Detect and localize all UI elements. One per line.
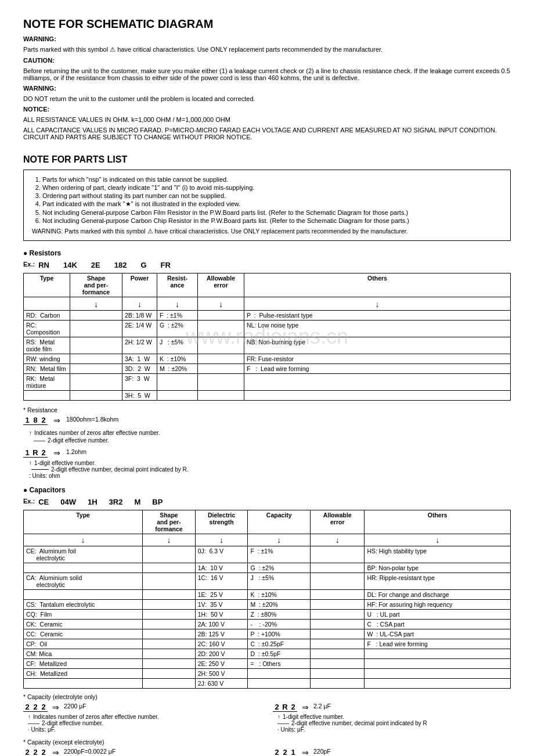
table-row: CQ: Film 1H: 50 V Z : ±80% U : UL part [24, 610, 511, 620]
r1-d2: 8 [31, 416, 39, 425]
cap1-d1: 2 [23, 703, 31, 712]
r2-d3: 2 [39, 448, 48, 458]
table-row: CH: Metallized 2H: 500 V [24, 669, 511, 679]
res-code-182: 182 [114, 261, 127, 269]
list-item: Not including General-purpose Carbon Fil… [42, 209, 502, 216]
parts-list: Parts for which "nsp" is indicated on th… [32, 176, 502, 224]
table-row: CS: Tantalum electrolytic 1V: 35 V M : ±… [24, 600, 511, 610]
res-code-14k: 14K [63, 261, 77, 269]
notice-text1: ALL RESISTANCE VALUES IN OHM. k=1,000 OH… [23, 116, 511, 123]
cap3-d2: 2 [281, 748, 289, 756]
r1-d1: 1 [23, 416, 31, 425]
cap3-d3: 1 [289, 748, 297, 756]
resistance-section: * Resistance 1 8 2 ⇒ 1800ohm=1.8kohm ↑In… [23, 406, 511, 479]
cap2-d3: 2 [39, 748, 48, 756]
cap1-d3: 2 [39, 703, 48, 712]
r2-arrow: ⇒ [53, 448, 60, 458]
cap1-value: 2200 μF [64, 703, 86, 710]
warning1-text: Parts marked with this symbol ⚠ have cri… [23, 46, 511, 53]
table-row: 3H: 5 W [24, 391, 511, 401]
table-row: CE: Aluminum foil electrolytic 0J: 6.3 V… [24, 546, 511, 563]
r2-units: : Units: ohm [29, 473, 511, 479]
capr-d3: 2 [289, 703, 297, 712]
resistor-table: Type Shapeand per-formance Power Resist-… [23, 273, 511, 401]
r1-arrow: ⇒ [53, 416, 60, 425]
caution-label: CAUTION: [23, 57, 55, 64]
cap2-d2: 2 [31, 748, 39, 756]
r1-desc2: 2-digit effective number. [48, 437, 109, 444]
list-item: Not including General-purpose Carbon Chi… [42, 217, 502, 224]
list-item: Parts for which "nsp" is indicated on th… [42, 176, 502, 183]
cap1-units: · Units: μF. [28, 726, 261, 733]
table-row: RC: Composition 2E: 1/4 W G : ±2% NL: Lo… [24, 321, 511, 337]
res-code-g: G [140, 261, 146, 269]
cap-code-ce: CE [38, 498, 49, 506]
warning2-text: DO NOT return the unit to the customer u… [23, 95, 511, 102]
r2-desc2: 2-digit effective number, decimal point … [51, 466, 189, 473]
cap-r-units: · Units: μF. [277, 726, 511, 733]
table-row: CA: Aluminium solid electrolytic 1C: 16 … [24, 573, 511, 590]
caution-text: Before returning the unit to the custome… [23, 67, 511, 81]
res-code-2e: 2E [91, 261, 100, 269]
res-code-rn: RN [38, 261, 49, 269]
capacitor-table: Type Shapeand per-formance Dielectricstr… [23, 510, 511, 689]
cap3-value: 220pF [313, 748, 331, 755]
table-row: 1E: 25 V K : ±10% DL: For change and dis… [24, 590, 511, 600]
cap-r-desc2: 2-digit effective number, decimal point … [291, 720, 427, 726]
r2-value: 1.2ohm [66, 448, 86, 455]
table-row: CP: Oil 2C: 160 V C : ±0.25pF F : Lead w… [24, 639, 511, 649]
cap-ex-label: Ex.: [23, 498, 35, 505]
table-row: RW: winding 3A: 1 W K : ±10% FR: Fuse-re… [24, 354, 511, 364]
cap-code-bp: BP [152, 498, 163, 506]
res-code-fr: FR [161, 261, 171, 269]
table-row: 2J: 630 V [24, 679, 511, 689]
cap3-d1: 2 [273, 748, 281, 756]
table-row: RD: Carbon 2B: 1/8 W F : ±1% P : Pulse-r… [24, 311, 511, 321]
table-row: RK: Metal mixture 3F: 3 W [24, 374, 511, 391]
table-row: CK: Ceramic 2A: 100 V - : -20% C : CSA p… [24, 620, 511, 629]
warning1-label: WARNING: [23, 35, 56, 42]
cap1-desc1: Indicates number of zeros after effectiv… [33, 714, 159, 720]
cap-header-row: Type Shapeand per-formance Dielectricstr… [24, 510, 511, 534]
capr-d1: 2 [273, 703, 281, 712]
table-row: ↓ ↓ ↓ ↓ ↓ ↓ [24, 534, 511, 546]
r1-desc1: Indicates number of zeros after effectiv… [34, 430, 160, 436]
parts-list-box: Parts for which "nsp" is indicated on th… [23, 170, 511, 241]
warning2-label: WARNING: [23, 85, 56, 92]
r1-value: 1800ohm=1.8kohm [66, 416, 118, 423]
capacitors-section: ● Capacitors Ex.: CE 04W 1H 3R2 M BP Typ… [23, 486, 511, 756]
cap2-d1: 2 [23, 748, 31, 756]
title2: NOTE FOR PARTS LIST [23, 154, 511, 165]
r2-d1: 1 [23, 448, 31, 458]
cap-code-3r2: 3R2 [109, 498, 123, 506]
table-row: 1A: 10 V G : ±2% BP: Non-polar type [24, 563, 511, 573]
list-item: Part indicated with the mark "★" is not … [42, 200, 502, 208]
capacitors-title: ● Capacitors [23, 486, 511, 494]
cap2-value: 2200pF=0.0022 μF [64, 748, 116, 755]
ex-label: Ex.: [23, 261, 35, 268]
resistors-section: ● Resistors Ex.: RN 14K 2E 182 G FR www.… [23, 249, 511, 479]
list-item: Ordering part without stating its part n… [42, 192, 502, 199]
table-row: CM: Mica 2D: 200 V D : ±0.5pF [24, 649, 511, 659]
r2-desc1: 1-digit effective number. [34, 460, 96, 466]
table-row: CF: Metallized 2E: 250 V = : Others [24, 659, 511, 669]
cap1-d2: 2 [31, 703, 39, 712]
r2-d2: R [31, 448, 39, 458]
notice-label: NOTICE: [23, 106, 49, 113]
r1-d3: 2 [39, 416, 48, 425]
cap-r-value: 2.2 μF [313, 703, 331, 710]
title1: NOTE FOR SCHEMATIC DIAGRAM [23, 17, 511, 31]
resistor-header-row: Type Shapeand per-formance Power Resist-… [24, 273, 511, 297]
cap-code-04w: 04W [60, 498, 76, 506]
table-row: ↓ ↓ ↓ ↓ ↓ [24, 297, 511, 311]
cap1-desc2: 2-digit effective number. [42, 720, 103, 726]
cap-code-m: M [134, 498, 140, 506]
cap-r-desc1: 1-digit effective number. [283, 714, 344, 720]
resistors-title: ● Resistors [23, 249, 511, 257]
notice-text2: ALL CAPACITANCE VALUES IN MICRO FARAD. P… [23, 127, 511, 141]
table-row: RS: Metal oxide film 2H: 1/2 W J : ±5% N… [24, 337, 511, 354]
list-item: When ordering of part, clearly indicate … [42, 184, 502, 191]
table-row: CC: Ceramic 2B: 125 V P : +100% W : UL-C… [24, 629, 511, 639]
cap-code-1h: 1H [88, 498, 98, 506]
parts-warning: WARNING: Parts marked with this symbol ⚠… [32, 228, 502, 235]
